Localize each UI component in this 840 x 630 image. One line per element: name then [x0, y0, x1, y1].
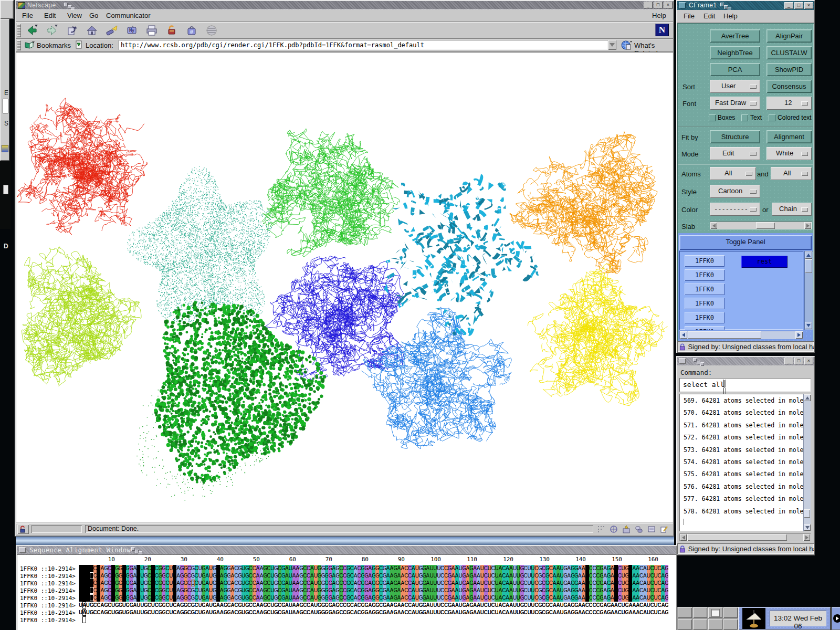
minimize-button[interactable]: _ — [644, 2, 653, 8]
output-vscroll-thumb[interactable] — [804, 509, 810, 518]
panel-item-1ffk0[interactable]: 1FFK0 — [685, 326, 724, 330]
pager-button[interactable] — [693, 619, 707, 629]
panel-item-1ffk0[interactable]: 1FFK0 — [685, 269, 724, 281]
pager-button[interactable] — [693, 607, 707, 618]
pager-button[interactable] — [678, 607, 692, 618]
command-output[interactable]: 569. 64281 atoms selected in molecule 05… — [679, 394, 811, 531]
close-button[interactable]: × — [804, 358, 813, 364]
menu-view[interactable]: View — [67, 12, 82, 19]
toggle-panel-button[interactable]: Toggle Panel — [679, 235, 812, 250]
security-status-button[interactable] — [17, 524, 29, 534]
panel-item-1ffk0[interactable]: 1FFK0 — [685, 284, 724, 295]
menu-communicator[interactable]: Communicator — [106, 12, 151, 19]
reload-button[interactable] — [63, 23, 81, 38]
pager-button[interactable] — [723, 619, 738, 629]
my-netscape-button[interactable]: My — [123, 23, 141, 38]
url-dropdown-button[interactable] — [608, 40, 616, 50]
command-input[interactable]: select all — [679, 378, 811, 392]
panel-item-1ffk0[interactable]: 1FFK0 — [685, 255, 724, 267]
minimize-button[interactable]: _ — [784, 2, 793, 9]
output-vscrollbar[interactable] — [803, 394, 811, 531]
panel-vscroll-thumb[interactable] — [805, 259, 812, 273]
maximize-button[interactable]: □ — [794, 358, 803, 364]
maximize-button[interactable]: □ — [654, 2, 663, 8]
menu-file[interactable]: File — [684, 12, 695, 20]
colored-text-checkbox[interactable] — [769, 114, 775, 121]
atoms-dropdown-2[interactable]: All — [771, 167, 812, 180]
background-color-dropdown[interactable]: White — [766, 147, 812, 160]
sequence-window-titlebar[interactable]: Sequence Alignment Window — [17, 546, 676, 554]
panel-vscrollbar[interactable] — [804, 251, 813, 330]
netscape-titlebar[interactable]: Netscape: _ □ × — [16, 1, 673, 9]
forward-button[interactable] — [43, 23, 61, 38]
mode-dropdown[interactable]: Edit — [710, 147, 760, 160]
showpid-button[interactable]: ShowPID — [766, 63, 812, 76]
close-button[interactable]: × — [804, 2, 813, 9]
lamp-applet[interactable] — [742, 608, 765, 629]
boxes-checkbox[interactable] — [709, 114, 716, 121]
text-checkbox[interactable] — [741, 114, 748, 121]
security-button[interactable] — [163, 23, 181, 38]
color-by-dropdown[interactable]: Chain — [772, 203, 812, 216]
minimize-button[interactable]: _ — [784, 358, 793, 364]
molecule-canvas[interactable] — [17, 53, 672, 521]
close-button[interactable]: × — [664, 2, 673, 8]
atoms-dropdown-1[interactable]: All — [710, 167, 756, 180]
menu-file[interactable]: File — [22, 12, 33, 19]
locationbar-grip[interactable] — [17, 40, 21, 50]
panel-hscrollbar[interactable] — [679, 331, 803, 339]
command-titlebar[interactable]: _ □ × — [677, 357, 814, 365]
font-dropdown[interactable]: Fast Draw — [710, 97, 760, 110]
alignpair-button[interactable]: AlignPair — [766, 29, 812, 43]
panel-item-1ffk0[interactable]: 1FFK0 — [685, 298, 724, 309]
rest-button[interactable]: rest — [741, 256, 788, 268]
pager-button[interactable] — [678, 619, 692, 629]
bookmarks-label[interactable]: Bookmarks — [37, 41, 71, 49]
consensus-button[interactable]: Consensus — [766, 80, 812, 93]
url-input[interactable]: http://www.rcsb.org/pdb/cgi/render.cgi/1… — [119, 40, 608, 50]
shop-button[interactable]: @ — [183, 23, 201, 38]
fontsize-dropdown[interactable]: 12 — [766, 97, 812, 110]
addressbook-button[interactable] — [647, 525, 656, 533]
pca-button[interactable]: PCA — [710, 63, 760, 76]
slab-slider[interactable] — [710, 222, 812, 229]
pager-button[interactable] — [723, 607, 738, 618]
cframe1-titlebar[interactable]: CFrame1 _ □ × — [677, 1, 814, 10]
netscape-logo[interactable]: N — [655, 24, 669, 36]
home-button[interactable] — [83, 23, 101, 38]
menu-edit[interactable]: Edit — [704, 12, 715, 20]
menu-edit[interactable]: Edit — [44, 12, 56, 19]
pager-button[interactable] — [708, 619, 722, 629]
search-button[interactable] — [103, 23, 121, 38]
panel-item-1ffk0[interactable]: 1FFK0 — [685, 312, 724, 323]
command-hscroll-thumb[interactable] — [687, 534, 787, 541]
slab-right-arrow[interactable] — [804, 222, 811, 229]
panel-hscroll-thumb[interactable] — [688, 331, 761, 339]
composer-button[interactable] — [659, 525, 669, 533]
neighbtree-button[interactable]: NeighbTree — [710, 46, 760, 59]
navigator-button[interactable] — [609, 525, 618, 533]
slab-thumb[interactable] — [756, 222, 775, 229]
command-hscrollbar[interactable] — [679, 533, 811, 541]
print-button[interactable] — [143, 23, 161, 38]
slab-left-arrow[interactable] — [710, 222, 717, 229]
whats-related-icon[interactable] — [621, 40, 632, 50]
panel-arrow-button[interactable] — [833, 614, 840, 623]
stop-button[interactable] — [203, 23, 220, 38]
bookmarks-icon[interactable] — [24, 40, 35, 49]
menu-help[interactable]: Help — [723, 12, 738, 20]
back-button[interactable] — [23, 23, 41, 38]
alignment-button[interactable]: Alignment — [766, 130, 812, 143]
clustalw-button[interactable]: CLUSTALW — [766, 46, 812, 59]
sequence-content[interactable]: 102030405060708090100110120130140150160 … — [17, 554, 676, 630]
mailbox-button[interactable] — [622, 525, 631, 533]
newsgroups-button[interactable] — [634, 525, 644, 533]
toolbar-grip[interactable] — [17, 23, 21, 37]
avertree-button[interactable]: AverTree — [710, 29, 760, 43]
sort-dropdown[interactable]: User — [710, 80, 760, 93]
style-dropdown[interactable]: Cartoon — [710, 185, 760, 198]
menu-help[interactable]: Help — [652, 12, 666, 19]
structure-button[interactable]: Structure — [710, 130, 760, 143]
color-dropdown[interactable]: --------- — [710, 203, 760, 216]
pager-button[interactable] — [708, 607, 722, 618]
